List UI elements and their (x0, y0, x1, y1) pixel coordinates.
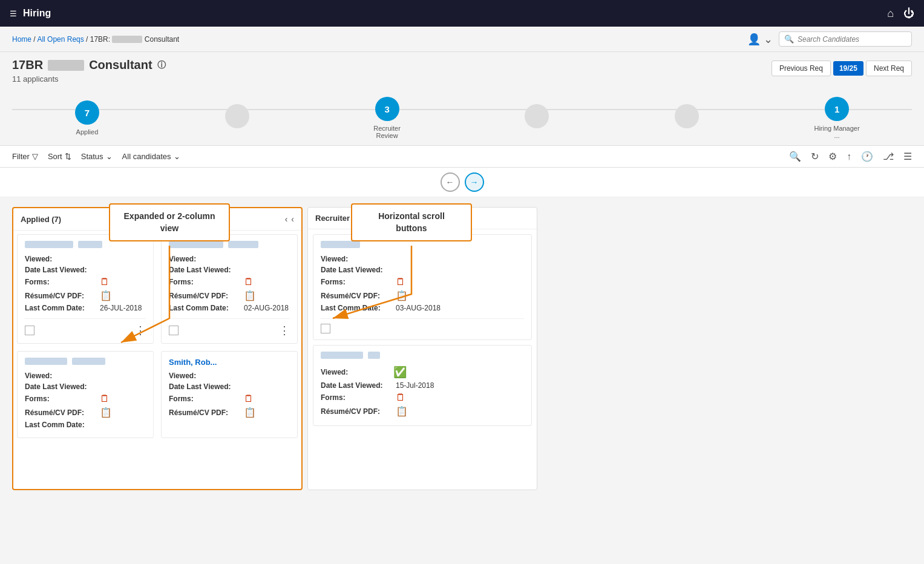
card-checkbox[interactable] (321, 324, 330, 333)
candidate-name-blur1 (25, 241, 73, 248)
breadcrumb-all-open-reqs[interactable]: All Open Reqs (37, 35, 84, 44)
search-toolbar-icon[interactable]: 🔍 (789, 151, 801, 162)
date-viewed-label: Date Last Viewed: (169, 266, 241, 274)
applied-column: Applied (7) ‹ ‹ Viewed: (12, 207, 303, 490)
clock-icon[interactable]: 🕐 (861, 151, 873, 162)
forms-icon[interactable]: 🗒 (244, 277, 254, 287)
pipeline-stage-applied[interactable]: 7 Applied (12, 100, 162, 136)
info-icon[interactable]: ⓘ (157, 60, 166, 71)
card-checkbox[interactable] (169, 326, 179, 335)
resume-field: Résumé/CV PDF: 📋 (25, 290, 146, 301)
col-collapse-btn2[interactable]: ‹ (291, 214, 294, 224)
card-menu[interactable]: ⋮ (279, 324, 290, 337)
resume-icon[interactable]: 📋 (396, 290, 408, 301)
resume-label: Résumé/CV PDF: (321, 407, 393, 416)
home-icon[interactable]: ⌂ (887, 7, 894, 20)
forms-field: Forms: 🗒 (25, 393, 146, 404)
stage-label-applied: Applied (76, 128, 99, 136)
list-icon[interactable]: ☰ (903, 151, 912, 162)
candidate-name-blur2 (78, 241, 102, 248)
date-viewed-field: Date Last Viewed: (321, 266, 524, 274)
last-comm-label: Last Comm Date: (25, 304, 97, 312)
menu-icon[interactable]: ☰ (10, 9, 17, 18)
candidate-name[interactable] (25, 241, 146, 250)
viewed-label: Viewed: (321, 368, 393, 376)
resume-field: Résumé/CV PDF: 📋 (169, 290, 290, 301)
next-req-button[interactable]: Next Req (866, 61, 912, 76)
resume-icon[interactable]: 📋 (100, 290, 112, 301)
card-footer: ⋮ (25, 318, 146, 337)
date-viewed-label: Date Last Viewed: (25, 382, 97, 391)
refresh-icon[interactable]: ↻ (811, 151, 819, 162)
candidate-name-blur1 (321, 241, 360, 248)
scroll-left-button[interactable]: ← (441, 172, 460, 192)
search-input[interactable] (798, 35, 906, 44)
last-comm-value: 03-AUG-2018 (396, 304, 441, 312)
card-menu[interactable]: ⋮ (135, 324, 146, 337)
pipeline-stage-5[interactable] (612, 104, 762, 132)
stage-bubble-2 (225, 104, 249, 128)
stage-bubble-5 (675, 104, 699, 128)
forms-label: Forms: (25, 278, 97, 286)
last-comm-value: 02-AUG-2018 (244, 304, 289, 312)
pipeline-stage-2[interactable] (162, 104, 312, 132)
req-title: Consultant (89, 58, 152, 72)
resume-icon[interactable]: 📋 (396, 405, 408, 417)
candidate-name[interactable] (169, 241, 290, 250)
filter-button[interactable]: Filter ▽ (12, 152, 38, 161)
breadcrumb-bar: Home / All Open Reqs / 17BR: Consultant … (0, 27, 924, 52)
sort-button[interactable]: Sort ⇅ (48, 152, 71, 161)
forms-label: Forms: (169, 278, 241, 286)
viewed-label: Viewed: (321, 255, 393, 263)
candidate-name[interactable] (321, 352, 524, 361)
resume-icon[interactable]: 📋 (244, 290, 256, 301)
viewed-field: Viewed: (25, 372, 146, 380)
card-checkbox[interactable] (25, 326, 34, 335)
candidate-name[interactable] (321, 241, 524, 250)
candidate-name[interactable]: Smith, Rob... (169, 358, 290, 367)
forms-icon[interactable]: 🗒 (244, 393, 254, 404)
forms-icon[interactable]: 🗒 (100, 393, 110, 404)
pipeline-stage-hiring-manager[interactable]: 1 Hiring Manager ... (762, 97, 912, 139)
forms-icon[interactable]: 🗒 (100, 277, 110, 287)
forms-icon[interactable]: 🗒 (396, 392, 405, 403)
candidate-card: Viewed: ✅ Date Last Viewed: 15-Jul-2018 … (313, 345, 532, 426)
scroll-nav: ← → (0, 168, 924, 197)
pipeline-track: 7 Applied 3 Recruiter Review 1 Hiring Ma… (12, 97, 912, 139)
resume-label: Résumé/CV PDF: (321, 292, 393, 300)
pipeline-stage-recruiter-review[interactable]: 3 Recruiter Review (312, 97, 462, 139)
col-collapse-btn[interactable]: ‹ (285, 214, 288, 224)
search-candidates-field[interactable]: 🔍 (779, 31, 912, 47)
page-title: 17BR Consultant ⓘ (12, 58, 166, 72)
candidate-card: Viewed: Date Last Viewed: Forms: 🗒 Résum… (161, 234, 298, 344)
sort-icon: ⇅ (65, 152, 71, 161)
scroll-right-button[interactable]: → (465, 172, 484, 192)
hierarchy-icon[interactable]: ⎇ (883, 151, 894, 162)
pipeline-stage-4[interactable] (462, 104, 612, 132)
candidate-name-blur2 (228, 241, 258, 248)
candidate-name[interactable] (25, 358, 146, 367)
resume-icon[interactable]: 📋 (244, 407, 256, 418)
candidate-card: Viewed: Date Last Viewed: Forms: 🗒 Résum… (17, 351, 154, 438)
resume-icon[interactable]: 📋 (100, 407, 112, 418)
last-comm-field: Last Comm Date: 26-JUL-2018 (25, 304, 146, 312)
breadcrumb-home[interactable]: Home (12, 35, 31, 44)
forms-label: Forms: (169, 395, 241, 403)
all-candidates-button[interactable]: All candidates ⌄ (122, 152, 180, 161)
user-icon[interactable]: 👤 ⌄ (747, 33, 773, 46)
status-button[interactable]: Status ⌄ (81, 152, 113, 161)
last-comm-field: Last Comm Date: 03-AUG-2018 (321, 304, 524, 312)
export-icon[interactable]: ↑ (847, 151, 851, 162)
page-header-right: Previous Req 19/25 Next Req (772, 61, 912, 76)
nav-icons: ⌂ ⏻ (887, 7, 914, 20)
candidate-name-blur1 (25, 358, 67, 365)
annotation-expanded-view: Expanded or 2-column view (109, 203, 230, 241)
forms-icon[interactable]: 🗒 (396, 277, 405, 287)
prev-req-button[interactable]: Previous Req (772, 61, 831, 76)
nav-left: ☰ Hiring (10, 8, 51, 19)
resume-label: Résumé/CV PDF: (25, 292, 97, 300)
power-icon[interactable]: ⏻ (903, 7, 914, 20)
settings-icon[interactable]: ⚙ (828, 151, 837, 162)
status-label: Status (81, 152, 103, 161)
candidate-name-blur2 (72, 358, 105, 365)
